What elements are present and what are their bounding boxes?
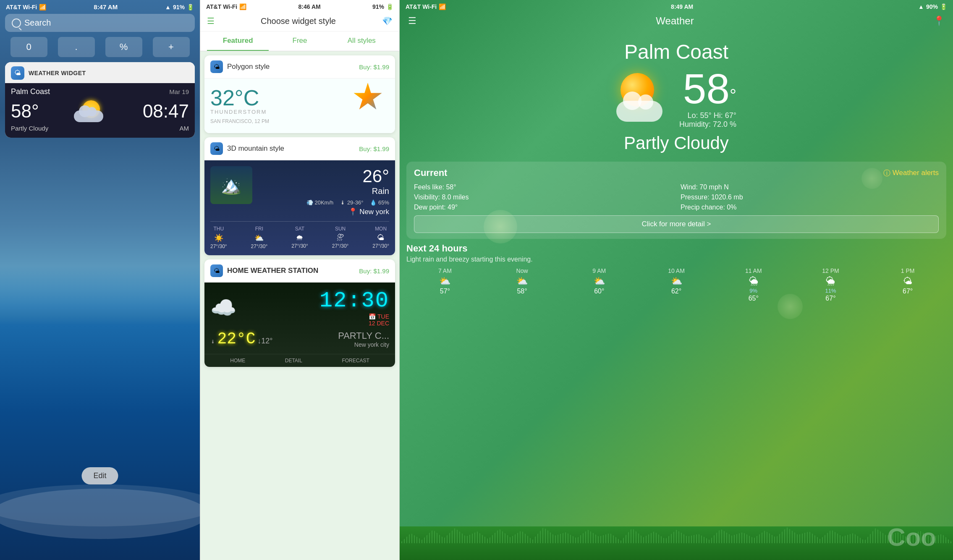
mountain-3d-icon: 🏔️ (210, 166, 252, 204)
screen2-status-right: 91% 🔋 (372, 3, 393, 10)
hourly-7am-icon: ⛅ (406, 276, 484, 287)
hourly-1pm-icon: 🌤 (869, 276, 946, 287)
current-title: Current (414, 167, 447, 178)
screen3-menu-icon[interactable]: ☰ (408, 16, 416, 26)
hourly-11am-icon: 🌦 (715, 276, 792, 287)
screen2-carrier: AT&T Wi-Fi (206, 3, 237, 10)
grass-blades (400, 526, 953, 543)
weather-alerts-link[interactable]: ⓘ Weather alerts (883, 168, 939, 178)
mountain-widget-card: 🌤 3D mountain style Buy: $1.99 🏔️ 26° Ra… (204, 137, 395, 255)
screen1-status-bar: AT&T Wi-Fi 📶 8:47 AM ▲ 91% 🔋 (0, 0, 200, 12)
hourly-11am: 11 AM 🌦 9% 65° (715, 267, 792, 302)
polygon-price[interactable]: Buy: $1.99 (359, 63, 389, 71)
forecast-sat: SAT 🌧 27°/30° (291, 226, 308, 249)
mountain-temp: 26° (306, 166, 389, 186)
forecast-sun: SUN ⛈ 27°/30° (332, 226, 349, 249)
hourly-10am: 10 AM ⛅ 62° (638, 267, 715, 302)
hourly-9am-icon: ⛅ (560, 276, 638, 287)
hero-temp-row: 58° (679, 68, 736, 110)
ocean-background (0, 266, 200, 560)
screen3-location-icon[interactable]: 📍 (933, 16, 945, 26)
station-nav-home[interactable]: HOME (230, 358, 245, 364)
polygon-card-header: 🌤 Polygon style Buy: $1.99 (204, 55, 395, 79)
screen3-title: Weather (656, 15, 694, 27)
weather-temp: 58° (11, 101, 39, 122)
mountain-widget-name: 3D mountain style (227, 144, 284, 153)
screen2-header: ☰ Choose widget style 💎 (200, 12, 399, 31)
weather-app-icon: 🌤 (11, 66, 24, 80)
station-time-block: 12:30 📅 TUE 12 DEC (319, 288, 389, 327)
screen2-status-bar: AT&T Wi-Fi 📶 8:46 AM 91% 🔋 (200, 0, 399, 12)
mountain-wind: 💨 20Km/h (306, 199, 333, 206)
weather-hero: Palm Coast 58° Lo: 55° Hi: 67° Humidity:… (400, 32, 953, 157)
forecast-mon: MON 🌤 27°/30° (372, 226, 389, 249)
menu-icon[interactable]: ☰ (207, 16, 215, 26)
mountain-price[interactable]: Buy: $1.99 (359, 145, 389, 152)
tab-free[interactable]: Free (269, 31, 330, 51)
tab-featured[interactable]: Featured (207, 31, 269, 51)
weather-widget-body: Palm Coast Mar 19 58° 08:47 Partly Cloud… (5, 83, 195, 138)
station-nav-forecast[interactable]: FORECAST (342, 358, 369, 364)
carrier-label: AT&T Wi-Fi (6, 4, 37, 10)
partly-cloudy-label: PARTLY C... (338, 330, 389, 341)
hourly-10am-icon: ⛅ (638, 276, 715, 287)
screen3-status-left: AT&T Wi-Fi 📶 (406, 3, 446, 10)
station-therm-icon: 🌡 (210, 339, 215, 345)
station-nav-detail[interactable]: DETAIL (285, 358, 302, 364)
station-top-row: ☁️ 12:30 📅 TUE 12 DEC (210, 288, 389, 327)
search-bar[interactable]: Search (5, 14, 195, 32)
hourly-9am: 9 AM ⛅ 60° (560, 267, 638, 302)
mountain-forecast: THU ☀️ 27°/30° FRI ⛅ 27°/30° SAT 🌧 27°/3… (210, 221, 389, 249)
edit-button[interactable]: Edit (81, 467, 118, 484)
station-city: New york city (338, 341, 389, 348)
station-app-icon: 🌤 (210, 264, 223, 277)
station-nav: HOME DETAIL FORECAST (204, 354, 395, 367)
hero-sun-cloud (616, 73, 667, 123)
keypad-plus[interactable]: + (153, 37, 190, 57)
hourly-12pm-icon: 🌦 (792, 276, 869, 287)
current-section-header: Current ⓘ Weather alerts (414, 167, 939, 178)
station-arrow: ↓12° (257, 337, 272, 345)
station-widget-body: ☁️ 12:30 📅 TUE 12 DEC 🌡 22°C ↓12° PARTLY… (204, 283, 395, 354)
hourly-now: Now ⛅ 58° (484, 267, 561, 302)
hourly-row: 7 AM ⛅ 57° Now ⛅ 58° 9 AM ⛅ 60° 10 AM ⛅ (406, 267, 946, 302)
hero-temp-degree: ° (730, 86, 736, 104)
screen2-time: 8:46 AM (298, 3, 321, 10)
screen2-battery-icon: 🔋 (386, 3, 393, 10)
screen1-status-left: AT&T Wi-Fi 📶 (6, 4, 46, 10)
hourly-now-icon: ⛅ (484, 276, 561, 287)
mountain-title-row: 🌤 3D mountain style (210, 142, 284, 155)
screen1-time: 8:47 AM (94, 3, 118, 10)
weather-time: 08:47 (143, 101, 189, 122)
hero-humidity: Humidity: 72.0 % (679, 120, 736, 129)
tab-all-styles[interactable]: All styles (331, 31, 393, 51)
screen3-battery-icon: 🔋 (940, 3, 947, 10)
orb1 (484, 210, 517, 243)
weather-condition-row: Partly Cloudy AM (11, 125, 189, 132)
weather-main-row: 58° 08:47 (11, 99, 189, 124)
mountain-humidity: 💧 65% (370, 199, 389, 206)
hero-city: Palm Coast (400, 40, 953, 63)
keypad-dot[interactable]: . (58, 37, 95, 57)
screen3-wifi-icon: 📶 (439, 3, 446, 10)
station-widget-name: HOME WEATHER STATION (227, 267, 318, 275)
keypad-zero[interactable]: 0 (10, 37, 47, 57)
weather-row1: Palm Coast Mar 19 (11, 87, 189, 96)
weather-sun-cloud-icon (74, 99, 107, 124)
hourly-7am: 7 AM ⛅ 57° (406, 267, 484, 302)
station-date: 📅 TUE 12 DEC (319, 313, 389, 327)
screen2-title: Choose widget style (261, 16, 336, 26)
diamond-icon[interactable]: 💎 (382, 16, 393, 26)
station-price[interactable]: Buy: $1.99 (359, 267, 389, 275)
keypad-percent[interactable]: % (105, 37, 142, 57)
battery-icon: 🔋 (187, 4, 194, 10)
weather-ampm: AM (180, 125, 189, 132)
search-placeholder: Search (24, 18, 51, 28)
station-bottom-row: 🌡 22°C ↓12° PARTLY C... New york city (210, 330, 389, 348)
current-wind: Wind: 70 mph N (681, 183, 939, 191)
next24-title: Next 24 hours (406, 243, 946, 254)
hourly-12pm: 12 PM 🌦 11% 67° (792, 267, 869, 302)
current-feels-like: Feels like: 58° (414, 183, 672, 191)
screen2-status-left: AT&T Wi-Fi 📶 (206, 3, 246, 10)
hero-lo-hi: Lo: 55° Hi: 67° (679, 111, 736, 120)
